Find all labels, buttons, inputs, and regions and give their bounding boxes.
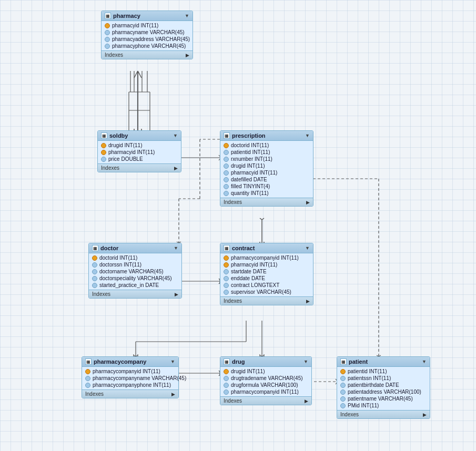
patient-dropdown-arrow[interactable]: ▼ bbox=[422, 359, 427, 364]
table-pharmacycompany-footer[interactable]: Indexes ▶ bbox=[82, 390, 178, 398]
field-icon bbox=[224, 191, 229, 196]
table-row: pharmacycompanyid INT(11) bbox=[220, 254, 313, 261]
pk-icon bbox=[340, 369, 346, 374]
pharmacycompany-dropdown-arrow[interactable]: ▼ bbox=[170, 359, 175, 364]
field-icon bbox=[92, 262, 97, 268]
table-prescription-header: ▦ prescription ▼ bbox=[220, 131, 313, 141]
field-icon bbox=[340, 396, 346, 402]
field-icon bbox=[224, 150, 229, 155]
pk-icon bbox=[101, 150, 106, 155]
table-prescription-footer[interactable]: Indexes ▶ bbox=[220, 198, 313, 206]
table-row: started_practice_in DATE bbox=[89, 282, 181, 289]
field-icon bbox=[92, 276, 97, 281]
table-icon-drug: ▦ bbox=[224, 358, 230, 365]
svg-line-37 bbox=[262, 218, 264, 220]
soldby-dropdown-arrow[interactable]: ▼ bbox=[173, 133, 178, 138]
table-doctor-header: ▦ doctor ▼ bbox=[89, 243, 181, 253]
table-pharmacycompany-body: pharmacycompanyid INT(11) pharmacycompan… bbox=[82, 367, 178, 390]
table-patient-header: ▦ patient ▼ bbox=[337, 357, 430, 367]
prescription-dropdown-arrow[interactable]: ▼ bbox=[305, 133, 310, 138]
pk-icon bbox=[85, 369, 90, 374]
table-pharmacy-footer[interactable]: Indexes ▶ bbox=[102, 50, 193, 59]
field-icon bbox=[224, 157, 229, 162]
table-soldby-title: soldby bbox=[109, 132, 128, 139]
table-row: pharmacycompanyid INT(11) bbox=[220, 388, 311, 395]
table-row: datefilled DATE bbox=[220, 176, 313, 183]
drug-dropdown-arrow[interactable]: ▼ bbox=[303, 359, 308, 364]
table-row: price DOUBLE bbox=[98, 156, 181, 162]
field-icon bbox=[105, 37, 110, 42]
table-row: doctorspeciality VARCHAR(45) bbox=[89, 275, 181, 282]
table-soldby-body: drugid INT(11) pharmacyid INT(11) price … bbox=[98, 141, 181, 163]
table-pharmacycompany-title: pharmacycompany bbox=[94, 358, 146, 365]
table-pharmacy-title: pharmacy bbox=[113, 13, 140, 19]
footer-arrow: ▶ bbox=[306, 299, 310, 304]
table-soldby-footer[interactable]: Indexes ▶ bbox=[98, 163, 181, 172]
field-icon bbox=[340, 376, 346, 381]
field-icon bbox=[105, 30, 110, 35]
table-doctor-body: doctorid INT(11) doctorssn INT(11) docto… bbox=[89, 253, 181, 290]
table-row: pharmacyid INT(11) bbox=[102, 22, 193, 29]
table-contract-footer[interactable]: Indexes ▶ bbox=[220, 296, 313, 305]
table-icon-pharmacy: ▦ bbox=[105, 13, 111, 19]
table-row: rxnumber INT(11) bbox=[220, 156, 313, 162]
table-row: pharmacyaddress VARCHAR(45) bbox=[102, 36, 193, 43]
pk-icon bbox=[105, 23, 110, 28]
table-icon-patient: ▦ bbox=[340, 358, 347, 365]
table-row: contract LONGTEXT bbox=[220, 282, 313, 289]
table-row: pharmacyid INT(11) bbox=[220, 261, 313, 268]
indexes-label: Indexes bbox=[101, 165, 119, 171]
indexes-label: Indexes bbox=[85, 391, 104, 397]
table-doctor-footer[interactable]: Indexes ▶ bbox=[89, 290, 181, 298]
table-drug-footer[interactable]: Indexes ▶ bbox=[220, 396, 311, 405]
table-row: drugid INT(11) bbox=[98, 142, 181, 149]
field-icon bbox=[340, 403, 346, 408]
table-pharmacy: ▦ pharmacy ▼ pharmacyid INT(11) pharmacy… bbox=[101, 11, 193, 59]
doctor-dropdown-arrow[interactable]: ▼ bbox=[174, 245, 178, 251]
table-contract-header: ▦ contract ▼ bbox=[220, 243, 313, 253]
table-doctor: ▦ doctor ▼ doctorid INT(11) doctorssn IN… bbox=[88, 243, 182, 299]
table-row: pharmacycompanyname VARCHAR(45) bbox=[82, 375, 178, 382]
pk-icon bbox=[101, 143, 106, 148]
table-row: pharmacyid INT(11) bbox=[98, 149, 181, 156]
footer-arrow: ▶ bbox=[171, 392, 175, 397]
table-row: patientname VARCHAR(45) bbox=[337, 395, 430, 402]
table-drug: ▦ drug ▼ drugid INT(11) drugtradename VA… bbox=[220, 356, 312, 405]
pharmacy-dropdown-arrow[interactable]: ▼ bbox=[185, 13, 189, 18]
field-icon bbox=[224, 290, 229, 295]
table-contract-title: contract bbox=[232, 245, 255, 251]
pk-icon bbox=[224, 262, 229, 268]
pk-icon bbox=[224, 255, 229, 261]
indexes-label: Indexes bbox=[224, 199, 242, 205]
table-icon-prescription: ▦ bbox=[224, 132, 230, 139]
table-pharmacycompany: ▦ pharmacycompany ▼ pharmacycompanyid IN… bbox=[82, 356, 179, 398]
table-patient: ▦ patient ▼ patientid INT(11) patientssn… bbox=[337, 356, 430, 419]
indexes-label: Indexes bbox=[92, 291, 110, 297]
footer-arrow: ▶ bbox=[186, 53, 189, 58]
pk-icon bbox=[224, 143, 229, 148]
field-icon bbox=[224, 283, 229, 288]
table-drug-header: ▦ drug ▼ bbox=[220, 357, 311, 367]
table-row: pharmacycompanyphone INT(11) bbox=[82, 382, 178, 388]
indexes-label: Indexes bbox=[224, 398, 242, 404]
footer-arrow: ▶ bbox=[175, 292, 178, 297]
table-row: patientid INT(11) bbox=[220, 149, 313, 156]
table-patient-body: patientid INT(11) patientssn INT(11) pat… bbox=[337, 367, 430, 410]
table-drug-body: drugid INT(11) drugtradename VARCHAR(45)… bbox=[220, 367, 311, 396]
table-patient-footer[interactable]: Indexes ▶ bbox=[337, 410, 430, 418]
table-icon-contract: ▦ bbox=[224, 245, 230, 251]
table-contract: ▦ contract ▼ pharmacycompanyid INT(11) p… bbox=[220, 243, 313, 305]
table-row: pharmacyphone VARCHAR(45) bbox=[102, 43, 193, 49]
svg-line-36 bbox=[260, 218, 262, 220]
table-row: doctorname VARCHAR(45) bbox=[89, 268, 181, 275]
table-contract-body: pharmacycompanyid INT(11) pharmacyid INT… bbox=[220, 253, 313, 296]
field-icon bbox=[224, 376, 229, 381]
field-icon bbox=[85, 376, 90, 381]
contract-dropdown-arrow[interactable]: ▼ bbox=[305, 245, 310, 251]
table-row: patientssn INT(11) bbox=[337, 375, 430, 382]
field-icon bbox=[105, 44, 110, 49]
field-icon bbox=[224, 177, 229, 182]
field-icon bbox=[92, 283, 97, 288]
table-row: drugid INT(11) bbox=[220, 162, 313, 169]
field-icon bbox=[224, 383, 229, 388]
